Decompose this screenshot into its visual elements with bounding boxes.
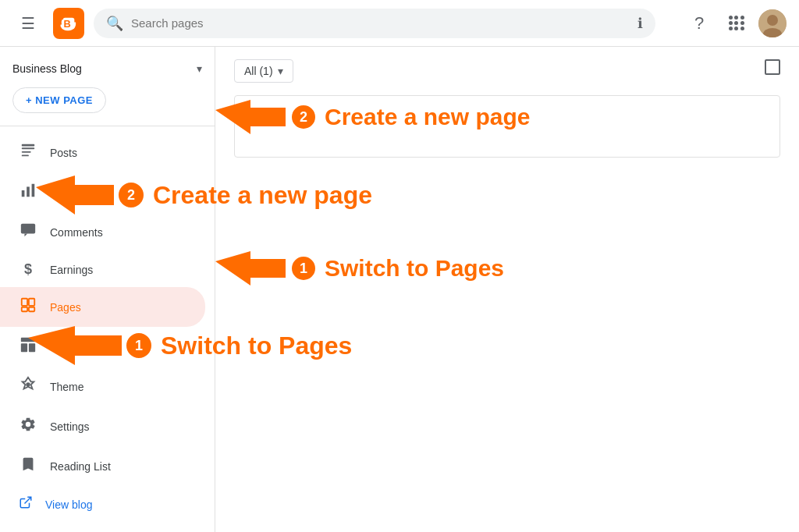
svg-line-22 — [25, 497, 31, 503]
nav-right: ? — [684, 8, 787, 39]
pages-label: Pages — [50, 301, 81, 314]
main-content: All (1) ▾ 1 — [215, 47, 799, 532]
comments-icon — [19, 222, 37, 243]
theme-icon — [19, 376, 37, 397]
svg-point-21 — [27, 383, 30, 386]
reading-list-icon — [19, 456, 37, 477]
hamburger-button[interactable]: ☰ — [12, 8, 44, 39]
pages-list — [234, 95, 780, 158]
settings-icon — [19, 416, 37, 437]
settings-label: Settings — [50, 420, 90, 433]
chevron-down-icon: ▾ — [197, 62, 202, 75]
filter-dropdown[interactable]: All (1) ▾ — [234, 59, 293, 83]
posts-icon — [19, 142, 37, 163]
filter-label: All (1) — [244, 65, 273, 77]
app-body: Business Blog ▾ + NEW PAGE Posts Stats C… — [0, 47, 799, 532]
theme-label: Theme — [50, 381, 84, 393]
top-nav: ☰ B 🔍 ℹ ? — [0, 0, 799, 47]
sidebar-item-earnings[interactable]: $ Earnings — [0, 252, 205, 287]
stats-label: Stats — [50, 186, 75, 199]
svg-rect-19 — [21, 343, 27, 352]
svg-rect-8 — [22, 155, 29, 157]
avatar[interactable] — [758, 9, 787, 37]
view-blog-label: View blog — [45, 498, 92, 511]
checkbox-square[interactable] — [765, 59, 780, 75]
sidebar-item-settings[interactable]: Settings — [0, 406, 205, 446]
apps-button[interactable] — [721, 8, 752, 39]
sidebar: Business Blog ▾ + NEW PAGE Posts Stats C… — [0, 47, 215, 532]
view-blog-item[interactable]: View blog — [0, 486, 215, 523]
svg-point-3 — [767, 15, 778, 26]
apps-icon — [729, 16, 744, 31]
earnings-icon: $ — [19, 261, 37, 278]
layout-label: Layout — [50, 341, 83, 353]
sidebar-item-posts[interactable]: Posts — [0, 133, 205, 172]
svg-rect-7 — [22, 151, 31, 153]
svg-rect-17 — [29, 307, 34, 312]
svg-rect-12 — [21, 224, 35, 234]
nav-divider — [0, 126, 215, 126]
posts-label: Posts — [50, 147, 77, 159]
external-link-icon — [19, 495, 33, 513]
blog-selector[interactable]: Business Blog ▾ — [0, 56, 215, 81]
blog-name: Business Blog — [12, 62, 190, 75]
svg-rect-15 — [29, 299, 34, 306]
help-button[interactable]: ? — [684, 8, 715, 39]
sidebar-item-stats[interactable]: Stats — [0, 172, 205, 212]
svg-rect-5 — [22, 144, 35, 147]
sidebar-item-theme[interactable]: Theme — [0, 367, 205, 406]
svg-rect-18 — [21, 338, 35, 342]
svg-text:B: B — [64, 17, 71, 29]
svg-rect-11 — [32, 184, 35, 197]
earnings-label: Earnings — [50, 264, 93, 276]
svg-rect-6 — [22, 147, 35, 149]
svg-rect-14 — [22, 299, 27, 306]
svg-rect-16 — [22, 307, 27, 312]
svg-rect-9 — [22, 190, 25, 197]
sidebar-item-comments[interactable]: Comments — [0, 212, 205, 252]
stats-icon — [19, 182, 37, 203]
select-all-checkbox[interactable] — [765, 59, 780, 75]
new-page-button[interactable]: + NEW PAGE — [12, 87, 106, 113]
search-bar[interactable]: 🔍 ℹ — [94, 9, 655, 38]
reading-list-label: Reading List — [50, 460, 111, 473]
pages-icon — [19, 296, 37, 317]
layout-icon — [19, 336, 37, 357]
search-input[interactable] — [131, 16, 630, 30]
svg-rect-10 — [27, 186, 30, 197]
pages-header: All (1) ▾ — [234, 59, 780, 83]
filter-arrow-icon: ▾ — [278, 65, 283, 77]
blogger-logo: B — [53, 8, 84, 39]
sidebar-item-layout[interactable]: Layout — [0, 327, 205, 367]
annotations: 1 Switch to Pages 2 Create a new page — [215, 94, 799, 532]
info-icon[interactable]: ℹ — [637, 15, 643, 32]
svg-marker-13 — [24, 234, 27, 237]
svg-rect-20 — [29, 343, 35, 352]
comments-label: Comments — [50, 226, 103, 239]
search-icon: 🔍 — [106, 15, 123, 32]
sidebar-item-reading-list[interactable]: Reading List — [0, 446, 205, 486]
sidebar-item-pages[interactable]: Pages — [0, 287, 205, 327]
